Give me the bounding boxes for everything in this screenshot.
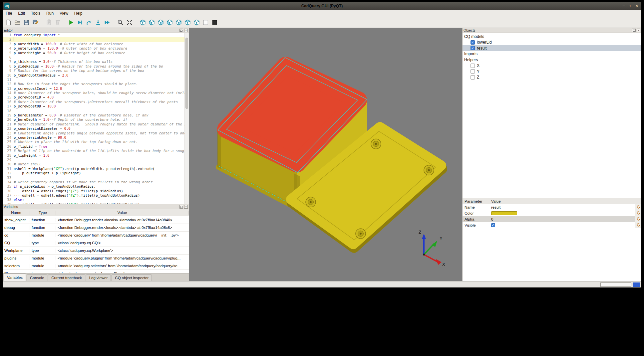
parameter-column-header[interactable]: Parameter — [463, 199, 489, 203]
parameter-name: Visible — [463, 223, 489, 227]
wireframe-button[interactable] — [201, 18, 210, 27]
view-iso-button[interactable] — [138, 18, 147, 27]
tree-item-y[interactable]: Y — [463, 69, 641, 75]
new-file-button[interactable] — [4, 18, 13, 27]
continue-icon — [104, 19, 110, 26]
menu-run[interactable]: Run — [43, 10, 57, 17]
table-row[interactable]: selectorsmodule<module 'cadquery.selecto… — [3, 262, 189, 270]
menu-view[interactable]: View — [57, 10, 71, 17]
checkbox-lowerlid[interactable]: ✓ — [471, 40, 475, 45]
variable-name: Workplane — [3, 249, 30, 253]
menu-help[interactable]: Help — [71, 10, 86, 17]
parameters-table-header: ParameterValue — [463, 198, 641, 204]
z-axis-arrow — [422, 234, 426, 239]
table-row[interactable]: Planetype<class 'cadquery.occ_impl.geom.… — [3, 270, 189, 273]
table-row[interactable]: CQtype<class 'cadquery.cq.CQ'> — [3, 239, 189, 247]
line-number: 33 — [3, 176, 14, 180]
line-number: 14 — [3, 91, 14, 95]
table-row[interactable]: Workplanetype<class 'cadquery.cq.Workpla… — [3, 247, 189, 255]
maximize-button[interactable]: + — [629, 2, 632, 10]
value-column-header[interactable]: Value — [489, 199, 641, 203]
variables-column-header[interactable]: Value — [56, 211, 189, 215]
table-row[interactable]: cqmodule<module 'cadquery' from '/home/a… — [3, 232, 189, 239]
view-top-button[interactable] — [183, 18, 192, 27]
visible-checkbox[interactable]: ✓ — [491, 223, 495, 227]
code-line: 31oshell = Workplane("XY").rect(p_outerW… — [3, 167, 189, 171]
save-as-button[interactable] — [31, 18, 40, 27]
viewport-3d[interactable]: Z Y X — [189, 28, 462, 281]
editor-float-button[interactable] — [179, 29, 183, 32]
objects-panel: Objects × CQ models✓lowerLid✓resultImpor… — [463, 28, 641, 198]
tree-item-imports[interactable]: Imports — [463, 51, 641, 57]
tab-cq-object-inspector[interactable]: CQ object inspector — [112, 274, 152, 281]
menu-edit[interactable]: Edit — [15, 10, 28, 17]
checkbox-result[interactable]: ✓ — [471, 46, 475, 50]
variables-float-button[interactable] — [179, 205, 183, 209]
variables-column-header[interactable]: Type — [30, 211, 56, 215]
tree-item-result[interactable]: ✓result — [463, 45, 641, 51]
titlebar: cq CadQuery GUI (PyQT) − + × — [3, 2, 641, 10]
checkbox-x[interactable] — [471, 64, 475, 68]
view-right-button[interactable] — [174, 18, 183, 27]
code-line: 18 — [3, 109, 189, 113]
editor-scrollbar[interactable] — [184, 33, 189, 204]
parameters-panel: ParameterValue NameresultColorAlpha0Visi… — [463, 198, 641, 281]
menu-tools[interactable]: Tools — [28, 10, 43, 17]
trash-button[interactable] — [53, 18, 62, 27]
parameter-row-name[interactable]: Nameresult — [463, 204, 641, 210]
checkbox-z[interactable] — [471, 75, 475, 80]
view-front-button[interactable] — [147, 18, 156, 27]
view-back-button[interactable] — [156, 18, 165, 27]
tab-console[interactable]: Console — [27, 274, 47, 281]
table-row[interactable]: show_objectfunction<function Debugger.re… — [3, 216, 189, 224]
tree-item-cq-models[interactable]: CQ models — [463, 34, 641, 40]
open-file-button[interactable] — [13, 18, 22, 27]
reset-button[interactable] — [636, 223, 640, 228]
editor-close-button[interactable]: × — [184, 29, 188, 32]
reset-button[interactable] — [636, 211, 640, 216]
parameter-row-alpha[interactable]: Alpha0 — [463, 216, 641, 222]
parameter-row-color[interactable]: Color — [463, 210, 641, 216]
tab-variables[interactable]: Variables — [4, 273, 26, 281]
fit-all-button[interactable] — [125, 18, 134, 27]
tree-item-lowerlid[interactable]: ✓lowerLid — [463, 40, 641, 46]
shaded-button[interactable] — [210, 18, 219, 27]
run-button[interactable] — [67, 18, 76, 27]
variables-panel: Variables × NameTypeValue show_objectfun… — [3, 204, 189, 281]
view-left-button[interactable] — [165, 18, 174, 27]
table-row[interactable]: pluginsmodule<module 'cadquery.plugins' … — [3, 255, 189, 262]
editor-scrollbar-thumb[interactable] — [185, 38, 188, 109]
tree-item-helpers[interactable]: Helpers — [463, 57, 641, 63]
debug-button[interactable] — [76, 18, 85, 27]
table-row[interactable]: debugfunction<function Debugger.render.<… — [3, 224, 189, 232]
reset-button[interactable] — [636, 217, 640, 222]
variables-close-button[interactable]: × — [184, 205, 188, 209]
code-text: # Countersink angle (complete angle betw… — [14, 131, 189, 135]
zoom-fit-button[interactable] — [116, 18, 125, 27]
step-into-button[interactable] — [94, 18, 103, 27]
parameter-row-visible[interactable]: Visible✓ — [463, 222, 641, 228]
code-editor[interactable]: 1from cadquery import *23p_outerWidth = … — [3, 33, 189, 204]
reset-button[interactable] — [636, 205, 640, 210]
view-bottom-button[interactable] — [192, 18, 201, 27]
tab-current-traceback[interactable]: Current traceback — [48, 274, 85, 281]
checkbox-y[interactable] — [471, 69, 475, 74]
step-over-button[interactable] — [85, 18, 94, 27]
save-button[interactable] — [22, 18, 31, 27]
color-swatch[interactable] — [491, 211, 517, 215]
menu-file[interactable]: File — [3, 10, 15, 17]
objects-float-button[interactable] — [632, 29, 636, 32]
tree-item-label: Imports — [464, 52, 478, 56]
new-file-icon — [5, 19, 12, 26]
continue-button[interactable] — [103, 18, 112, 27]
tree-item-x[interactable]: X — [463, 63, 641, 69]
tree-item-z[interactable]: Z — [463, 75, 641, 81]
step-over-icon — [86, 19, 92, 26]
minimize-button[interactable]: − — [622, 2, 625, 10]
close-button[interactable]: × — [635, 2, 638, 10]
tab-log-viewer[interactable]: Log viewer — [86, 274, 111, 281]
variable-name: show_object — [3, 218, 30, 222]
variables-column-header[interactable]: Name — [3, 211, 30, 215]
clear-button[interactable] — [44, 18, 53, 27]
objects-close-button[interactable]: × — [637, 29, 640, 32]
